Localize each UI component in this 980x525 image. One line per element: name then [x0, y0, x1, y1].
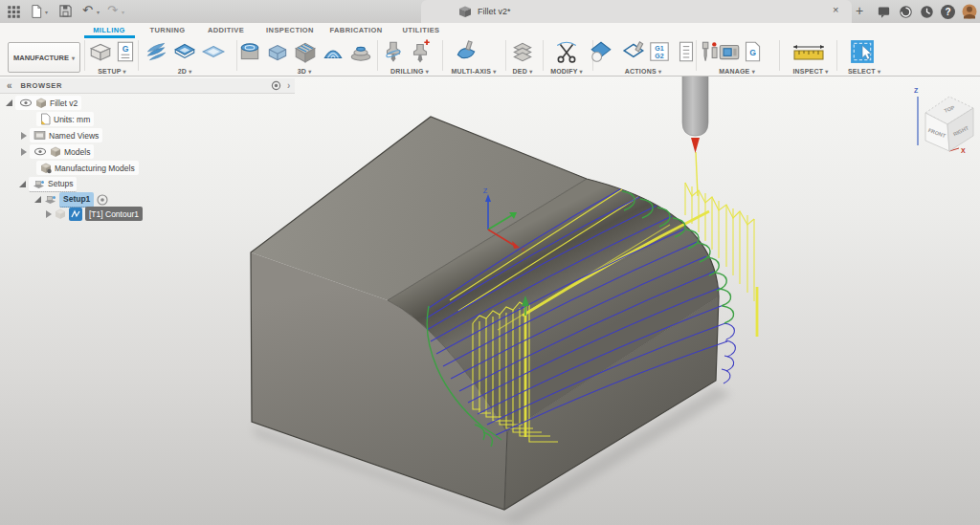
setup-icon — [44, 194, 56, 205]
expand-triangle-icon[interactable] — [6, 99, 12, 106]
collapsed-triangle-icon[interactable] — [21, 148, 27, 156]
modify-scissors-icon[interactable] — [554, 39, 579, 64]
redo-caret[interactable]: ▾ — [122, 9, 124, 15]
inspect-ruler-icon[interactable] — [791, 39, 826, 64]
contour-toolpath-icon — [69, 208, 82, 221]
tab-milling[interactable]: MILLING — [93, 26, 125, 34]
tab-inspection[interactable]: INSPECTION — [266, 26, 314, 34]
g1g2-machine-code-icon[interactable]: G1 G2 — [647, 39, 672, 64]
browser-item-label: Setup1 — [63, 194, 90, 204]
browser-row-setups[interactable]: Setups — [19, 177, 77, 191]
collapse-panel-icon[interactable]: « — [7, 80, 11, 91]
svg-text:G1: G1 — [655, 45, 663, 52]
3d-scallop-icon[interactable] — [321, 39, 345, 64]
expand-triangle-icon[interactable] — [34, 196, 41, 203]
file-menu-caret[interactable]: ▾ — [45, 9, 48, 15]
group-divider — [442, 40, 443, 71]
drill-icon[interactable] — [381, 39, 406, 64]
machine-library-icon[interactable] — [717, 39, 742, 64]
browser-item-label: [T1] Contour1 — [89, 209, 139, 219]
group-label-manage[interactable]: MANAGE ▾ — [719, 68, 755, 75]
tab-additive[interactable]: ADDITIVE — [208, 26, 244, 34]
group-divider — [543, 40, 544, 71]
group-divider — [138, 40, 139, 71]
select-icon[interactable] — [850, 39, 875, 64]
browser-item-label: Setups — [48, 179, 73, 188]
user-avatar[interactable] — [961, 3, 978, 20]
group-label-setup[interactable]: SETUP ▾ — [98, 68, 126, 75]
group-label-actions[interactable]: ACTIONS ▾ — [625, 68, 661, 75]
browser-item-label: Fillet v2 — [50, 98, 78, 108]
browser-panel-title: BROWSER — [21, 81, 62, 90]
group-label-multi-axis[interactable]: MULTI-AXIS ▾ — [452, 68, 497, 75]
drill-plus-icon[interactable] — [408, 39, 433, 64]
document-tab[interactable]: Fillet v2* × — [421, 0, 852, 23]
notifications-clock-icon[interactable] — [920, 5, 934, 19]
workspace-selector-button[interactable]: MANUFACTURE ▾ — [8, 42, 80, 73]
component-icon — [50, 146, 61, 158]
browser-row-models[interactable]: Models — [21, 144, 94, 159]
close-tab-icon[interactable]: × — [833, 5, 838, 15]
setup1-selected-chip[interactable]: Setup1 — [59, 192, 94, 208]
new-tab-icon[interactable]: + — [856, 4, 863, 17]
browser-row-named-views[interactable]: Named Views — [21, 128, 102, 142]
2d-face-icon[interactable] — [201, 39, 226, 64]
viewport-canvas[interactable]: Z x TOP FRONT RIGHT Z X — [0, 75, 980, 525]
group-label-drilling[interactable]: DRILLING ▾ — [390, 68, 429, 75]
browser-row-setup1[interactable]: Setup1 — [34, 192, 108, 207]
group-label-2d[interactable]: 2D ▾ — [178, 68, 192, 75]
group-label-select[interactable]: SELECT ▾ — [848, 68, 880, 75]
2d-pocket-icon[interactable] — [172, 39, 197, 64]
visibility-eye-icon[interactable] — [33, 147, 47, 156]
undo-icon[interactable]: ↶ — [82, 4, 93, 16]
expand-triangle-icon[interactable] — [19, 181, 26, 187]
file-icon[interactable] — [30, 4, 43, 19]
collapsed-triangle-icon[interactable] — [21, 132, 27, 140]
browser-row-manufacturing-models[interactable]: Manufacturing Models — [36, 161, 139, 175]
3d-pocket-icon[interactable] — [265, 39, 290, 64]
svg-text:G: G — [749, 48, 756, 57]
active-setup-target-icon[interactable] — [97, 194, 108, 206]
post-process-g-icon[interactable]: G — [113, 39, 138, 64]
undo-caret[interactable]: ▾ — [97, 9, 100, 15]
help-icon[interactable]: ? — [941, 5, 955, 19]
3d-spiral-icon[interactable] — [348, 39, 373, 64]
browser-panel-header[interactable]: « BROWSER › — [0, 78, 295, 94]
setup-sheet-icon[interactable] — [674, 39, 699, 64]
contour1-selected-chip[interactable]: [T1] Contour1 — [85, 207, 143, 221]
ded-icon[interactable] — [510, 39, 535, 64]
save-icon[interactable] — [58, 4, 73, 18]
browser-row-units[interactable]: Units: mm — [36, 112, 94, 126]
post-process-icon[interactable] — [622, 39, 647, 64]
3d-parallel-icon[interactable] — [293, 39, 318, 64]
group-label-ded[interactable]: DED ▾ — [513, 68, 533, 75]
browser-options-icon[interactable] — [271, 80, 281, 91]
tab-fabrication[interactable]: FABRICATION — [329, 26, 382, 34]
comments-icon[interactable] — [877, 5, 891, 19]
setups-folder-icon — [33, 179, 45, 189]
viewcube-x-axis-label: X — [961, 147, 966, 154]
2d-adaptive-icon[interactable] — [144, 39, 168, 64]
browser-row-component[interactable]: Fillet v2 — [6, 96, 81, 110]
group-label-modify[interactable]: MODIFY ▾ — [550, 68, 583, 75]
group-divider — [836, 40, 837, 71]
new-setup-icon[interactable] — [88, 39, 113, 64]
browser-row-contour1[interactable]: [T1] Contour1 — [46, 207, 143, 221]
collapsed-triangle-icon[interactable] — [46, 210, 52, 218]
simulate-icon[interactable] — [589, 39, 613, 64]
3d-adaptive-icon[interactable] — [237, 39, 262, 64]
redo-icon[interactable]: ↷ — [107, 4, 118, 16]
job-status-icon[interactable] — [899, 5, 913, 19]
tab-turning[interactable]: TURNING — [150, 26, 186, 34]
ghost-operation-icon — [55, 208, 66, 220]
post-library-icon[interactable]: G — [740, 39, 765, 64]
panel-edge-chevron[interactable]: › — [287, 80, 291, 91]
workspace-selector-caret: ▾ — [72, 55, 75, 61]
tab-utilities[interactable]: UTILITIES — [402, 26, 439, 34]
group-label-inspect[interactable]: INSPECT ▾ — [792, 68, 828, 75]
group-label-3d[interactable]: 3D ▾ — [298, 68, 312, 75]
app-grid-icon[interactable] — [7, 5, 21, 19]
browser-item-label: Manufacturing Models — [55, 164, 135, 173]
visibility-eye-icon[interactable] — [19, 98, 33, 107]
multi-axis-icon[interactable] — [454, 39, 479, 64]
